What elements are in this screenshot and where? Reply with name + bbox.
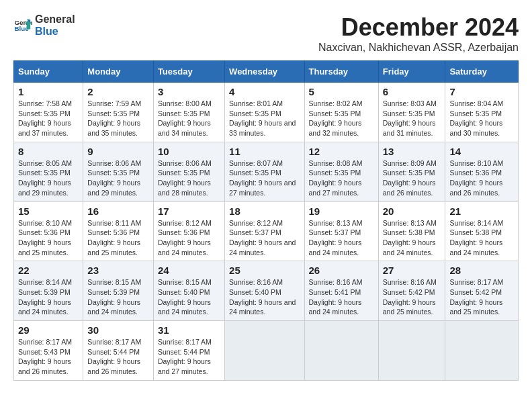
title-section: December 2024 Naxcivan, Nakhichevan ASSR…: [318, 13, 519, 54]
calendar-cell: 27 Sunrise: 8:16 AMSunset: 5:42 PMDaylig…: [378, 261, 445, 321]
day-number: 21: [449, 205, 514, 217]
day-number: 3: [158, 86, 220, 97]
day-number: 11: [229, 146, 300, 157]
main-title: December 2024: [318, 13, 519, 42]
calendar-cell: 8 Sunrise: 8:05 AMSunset: 5:35 PMDayligh…: [14, 142, 83, 201]
calendar-cell: 9 Sunrise: 8:06 AMSunset: 5:35 PMDayligh…: [83, 142, 154, 201]
day-number: 17: [158, 205, 220, 217]
calendar-cell: 18 Sunrise: 8:12 AMSunset: 5:37 PMDaylig…: [225, 201, 304, 261]
calendar-cell: 28 Sunrise: 8:17 AMSunset: 5:42 PMDaylig…: [445, 261, 519, 321]
calendar-cell: 22 Sunrise: 8:14 AMSunset: 5:39 PMDaylig…: [14, 261, 83, 321]
day-info: Sunrise: 8:00 AMSunset: 5:35 PMDaylight:…: [158, 99, 212, 137]
day-number: 2: [87, 86, 149, 97]
day-info: Sunrise: 8:02 AMSunset: 5:35 PMDaylight:…: [309, 99, 363, 137]
calendar-cell: [304, 321, 378, 381]
day-info: Sunrise: 8:07 AMSunset: 5:35 PMDaylight:…: [229, 159, 296, 197]
day-number: 30: [87, 324, 149, 336]
day-number: 9: [87, 146, 149, 157]
day-info: Sunrise: 8:10 AMSunset: 5:36 PMDaylight:…: [449, 159, 503, 197]
week-row-5: 29 Sunrise: 8:17 AMSunset: 5:43 PMDaylig…: [14, 321, 519, 381]
day-info: Sunrise: 8:16 AMSunset: 5:40 PMDaylight:…: [229, 278, 296, 316]
day-info: Sunrise: 8:17 AMSunset: 5:44 PMDaylight:…: [87, 338, 141, 375]
calendar-cell: 17 Sunrise: 8:12 AMSunset: 5:36 PMDaylig…: [153, 201, 224, 261]
calendar-cell: 7 Sunrise: 8:04 AMSunset: 5:35 PMDayligh…: [445, 83, 519, 142]
week-row-3: 15 Sunrise: 8:10 AMSunset: 5:36 PMDaylig…: [14, 201, 519, 261]
day-number: 18: [229, 205, 300, 217]
day-info: Sunrise: 8:12 AMSunset: 5:36 PMDaylight:…: [158, 219, 212, 257]
calendar-cell: 5 Sunrise: 8:02 AMSunset: 5:35 PMDayligh…: [304, 83, 378, 142]
day-info: Sunrise: 8:14 AMSunset: 5:38 PMDaylight:…: [449, 219, 503, 257]
header-monday: Monday: [83, 61, 154, 83]
day-info: Sunrise: 8:17 AMSunset: 5:42 PMDaylight:…: [449, 278, 503, 316]
calendar-cell: 6 Sunrise: 8:03 AMSunset: 5:35 PMDayligh…: [378, 83, 445, 142]
calendar-cell: 14 Sunrise: 8:10 AMSunset: 5:36 PMDaylig…: [445, 142, 519, 201]
day-info: Sunrise: 8:08 AMSunset: 5:35 PMDaylight:…: [309, 159, 363, 197]
calendar-cell: 3 Sunrise: 8:00 AMSunset: 5:35 PMDayligh…: [153, 83, 224, 142]
calendar-cell: 24 Sunrise: 8:15 AMSunset: 5:40 PMDaylig…: [153, 261, 224, 321]
calendar-cell: 19 Sunrise: 8:13 AMSunset: 5:37 PMDaylig…: [304, 201, 378, 261]
day-number: 31: [158, 324, 220, 336]
day-info: Sunrise: 8:04 AMSunset: 5:35 PMDaylight:…: [449, 99, 503, 137]
subtitle: Naxcivan, Nakhichevan ASSR, Azerbaijan: [318, 42, 519, 54]
header-sunday: Sunday: [14, 61, 83, 83]
day-info: Sunrise: 8:15 AMSunset: 5:40 PMDaylight:…: [158, 278, 212, 316]
header-tuesday: Tuesday: [153, 61, 224, 83]
calendar-cell: [225, 321, 304, 381]
day-number: 20: [383, 205, 441, 217]
calendar-cell: [445, 321, 519, 381]
calendar-cell: 4 Sunrise: 8:01 AMSunset: 5:35 PMDayligh…: [225, 83, 304, 142]
header-wednesday: Wednesday: [225, 61, 304, 83]
calendar-cell: 29 Sunrise: 8:17 AMSunset: 5:43 PMDaylig…: [14, 321, 83, 381]
day-number: 25: [229, 265, 300, 276]
day-info: Sunrise: 8:16 AMSunset: 5:41 PMDaylight:…: [309, 278, 363, 316]
day-info: Sunrise: 8:17 AMSunset: 5:43 PMDaylight:…: [18, 338, 72, 375]
calendar-table: SundayMondayTuesdayWednesdayThursdayFrid…: [13, 60, 519, 381]
day-number: 29: [18, 324, 79, 336]
calendar-cell: 16 Sunrise: 8:11 AMSunset: 5:36 PMDaylig…: [83, 201, 154, 261]
logo-blue: Blue: [35, 26, 75, 38]
day-number: 5: [309, 86, 374, 97]
day-info: Sunrise: 8:14 AMSunset: 5:39 PMDaylight:…: [18, 278, 72, 316]
week-row-2: 8 Sunrise: 8:05 AMSunset: 5:35 PMDayligh…: [14, 142, 519, 201]
calendar-cell: 20 Sunrise: 8:13 AMSunset: 5:38 PMDaylig…: [378, 201, 445, 261]
day-info: Sunrise: 8:13 AMSunset: 5:38 PMDaylight:…: [383, 219, 437, 257]
logo: General Blue General Blue: [13, 13, 75, 37]
calendar-cell: 21 Sunrise: 8:14 AMSunset: 5:38 PMDaylig…: [445, 201, 519, 261]
day-info: Sunrise: 8:05 AMSunset: 5:35 PMDaylight:…: [18, 159, 72, 197]
header-thursday: Thursday: [304, 61, 378, 83]
day-number: 6: [383, 86, 441, 97]
header-friday: Friday: [378, 61, 445, 83]
day-number: 7: [449, 86, 514, 97]
day-number: 12: [309, 146, 374, 157]
calendar-cell: 12 Sunrise: 8:08 AMSunset: 5:35 PMDaylig…: [304, 142, 378, 201]
day-info: Sunrise: 7:59 AMSunset: 5:35 PMDaylight:…: [87, 99, 141, 137]
calendar-cell: 10 Sunrise: 8:06 AMSunset: 5:35 PMDaylig…: [153, 142, 224, 201]
calendar-cell: 25 Sunrise: 8:16 AMSunset: 5:40 PMDaylig…: [225, 261, 304, 321]
day-number: 15: [18, 205, 79, 217]
header: General Blue General Blue December 2024 …: [13, 13, 519, 54]
day-info: Sunrise: 8:06 AMSunset: 5:35 PMDaylight:…: [87, 159, 141, 197]
day-info: Sunrise: 8:16 AMSunset: 5:42 PMDaylight:…: [383, 278, 437, 316]
day-number: 1: [18, 86, 79, 97]
day-number: 27: [383, 265, 441, 276]
calendar-cell: 26 Sunrise: 8:16 AMSunset: 5:41 PMDaylig…: [304, 261, 378, 321]
calendar-cell: 11 Sunrise: 8:07 AMSunset: 5:35 PMDaylig…: [225, 142, 304, 201]
week-row-1: 1 Sunrise: 7:58 AMSunset: 5:35 PMDayligh…: [14, 83, 519, 142]
day-info: Sunrise: 8:13 AMSunset: 5:37 PMDaylight:…: [309, 219, 363, 257]
day-number: 23: [87, 265, 149, 276]
day-number: 10: [158, 146, 220, 157]
calendar-cell: 15 Sunrise: 8:10 AMSunset: 5:36 PMDaylig…: [14, 201, 83, 261]
day-info: Sunrise: 8:11 AMSunset: 5:36 PMDaylight:…: [87, 219, 141, 257]
day-number: 22: [18, 265, 79, 276]
day-info: Sunrise: 8:12 AMSunset: 5:37 PMDaylight:…: [229, 219, 296, 257]
day-info: Sunrise: 8:01 AMSunset: 5:35 PMDaylight:…: [229, 99, 296, 137]
logo-general: General: [35, 13, 75, 26]
day-number: 13: [383, 146, 441, 157]
calendar-cell: 31 Sunrise: 8:17 AMSunset: 5:44 PMDaylig…: [153, 321, 224, 381]
logo-icon: General Blue: [13, 16, 32, 35]
day-number: 24: [158, 265, 220, 276]
day-info: Sunrise: 8:09 AMSunset: 5:35 PMDaylight:…: [383, 159, 437, 197]
calendar-cell: [378, 321, 445, 381]
calendar-header-row: SundayMondayTuesdayWednesdayThursdayFrid…: [14, 61, 519, 83]
calendar-cell: 13 Sunrise: 8:09 AMSunset: 5:35 PMDaylig…: [378, 142, 445, 201]
